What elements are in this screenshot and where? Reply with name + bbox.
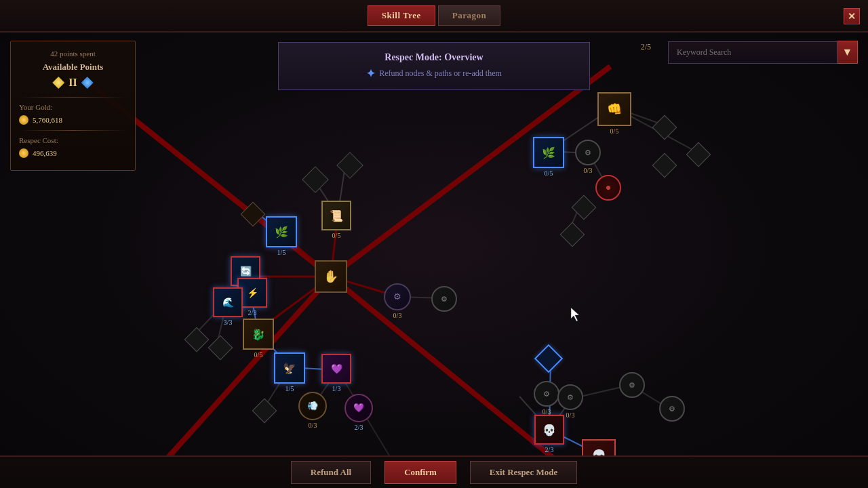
node-dragon[interactable]: 🐉 0/5 [243, 319, 274, 359]
divider-2 [19, 130, 127, 131]
svg-line-1 [331, 66, 610, 277]
left-panel: 42 points spent Available Points II Your… [10, 41, 136, 171]
points-gems-row: II [19, 77, 127, 89]
gold-value: 5,760,618 [33, 116, 62, 124]
diamond-3[interactable] [244, 205, 262, 223]
node-count-tr-leaf: 0/5 [545, 169, 553, 177]
diamond-7[interactable] [564, 226, 581, 243]
node-bottom2[interactable]: 💜 2/3 [344, 394, 373, 431]
node-red-circle[interactable]: ● [595, 175, 621, 201]
node-count-dragon: 0/5 [254, 351, 263, 359]
tab-paragon[interactable]: Paragon [438, 5, 500, 26]
respec-mode-description: Refund nodes & paths or re-add them [379, 68, 502, 79]
available-points-label: Available Points [19, 62, 127, 73]
respec-cost-label: Respec Cost: [19, 136, 58, 144]
diamond-bl2[interactable] [212, 339, 229, 357]
diamond-bl1[interactable] [188, 331, 205, 348]
node-skull1[interactable]: 💀 2/3 [534, 415, 564, 453]
gem-yellow-icon [52, 77, 64, 89]
diamond-8[interactable] [575, 199, 593, 216]
gem-blue-icon [81, 77, 94, 89]
node-tr-leaf[interactable]: 🌿 0/5 [533, 137, 564, 177]
node-bottom1[interactable]: 💨 0/3 [298, 392, 327, 429]
node-purple1[interactable]: 💜 1/3 [321, 354, 351, 392]
diamond-bl3[interactable] [256, 402, 273, 420]
respec-cost-value: 496,639 [33, 149, 57, 157]
close-button[interactable]: ✕ [844, 8, 860, 24]
diamond-4[interactable] [656, 119, 673, 136]
tab-skill-tree[interactable]: Skill Tree [368, 5, 435, 26]
respec-cost-value-row: 496,639 [19, 148, 127, 158]
coin-icon [19, 115, 28, 125]
plus-icon: ✦ [366, 67, 375, 80]
respec-tooltip: Respec Mode: Overview ✦ Refund nodes & p… [278, 42, 590, 90]
node-tr-circle[interactable]: ⚙ 0/3 [575, 140, 601, 174]
exit-respec-button[interactable]: Exit Respec Mode [470, 461, 577, 484]
node-count-tr-c: 0/3 [584, 167, 593, 174]
node-count-p1: 1/3 [332, 385, 341, 392]
node-scroll[interactable]: 📜 0/5 [321, 201, 351, 239]
node-br-r2[interactable]: ⚙ [659, 396, 685, 422]
bottom-bar: Refund All Confirm Exit Respec Mode [0, 455, 868, 488]
gold-value-row: 5,760,618 [19, 115, 127, 125]
respec-coin-icon [19, 148, 28, 158]
search-bar: ▼ [668, 41, 858, 64]
node-count-brc2: 0/3 [566, 411, 575, 419]
score-badge: 2/5 [641, 42, 651, 52]
respec-mode-desc: ✦ Refund nodes & paths or re-add them [292, 67, 576, 80]
node-br-circle2[interactable]: ⚙ 0/3 [557, 384, 583, 419]
node-count-scroll: 0/5 [332, 232, 341, 239]
confirm-button[interactable]: Confirm [384, 461, 456, 484]
search-input[interactable] [668, 41, 837, 64]
node-count: 1/5 [277, 249, 286, 256]
gold-row: Your Gold: [19, 103, 127, 111]
node-center[interactable]: ✋ [315, 260, 347, 293]
diamond-1[interactable] [306, 170, 325, 189]
node-active-left3[interactable]: 🌊 3/3 [213, 287, 243, 326]
node-count-b1: 0/3 [309, 422, 317, 429]
divider-1 [19, 97, 127, 98]
node-count-left2: 2/3 [248, 309, 257, 317]
respec-cost-row: Respec Cost: [19, 136, 127, 144]
gold-label: Your Gold: [19, 103, 52, 111]
node-count-left3: 3/3 [224, 319, 233, 326]
node-count-tr: 0/5 [610, 127, 619, 135]
node-top-right-main[interactable]: 👊 0/5 [597, 92, 631, 135]
diamond-2[interactable] [340, 156, 359, 175]
node-count-eagle: 1/5 [285, 385, 294, 392]
points-number: II [68, 77, 77, 89]
node-eagle[interactable]: 🦅 1/5 [274, 352, 305, 392]
respec-mode-title: Respec Mode: Overview [292, 52, 576, 63]
diamond-5[interactable] [690, 146, 707, 163]
node-br-circle1[interactable]: ⚙ 0/3 [534, 381, 559, 415]
node-count-b2: 2/3 [355, 424, 363, 431]
title-bar: Skill Tree Paragon ✕ [0, 0, 868, 33]
node-count-r: 0/3 [393, 312, 402, 319]
points-spent-label: 42 points spent [19, 49, 127, 58]
refund-all-button[interactable]: Refund All [291, 461, 371, 484]
node-right[interactable]: ⚙ 0/3 [384, 283, 411, 319]
node-skull2[interactable]: 💀 1/5 [582, 439, 616, 455]
node-right2[interactable]: ⚙ [431, 286, 457, 312]
search-dropdown-button[interactable]: ▼ [837, 41, 858, 64]
node-br-diamond[interactable] [538, 348, 559, 369]
node-count-skull1: 2/3 [545, 446, 554, 453]
node-br-r1[interactable]: ⚙ [619, 372, 645, 398]
node-green-1[interactable]: 🌿 1/5 [266, 216, 297, 256]
diamond-6[interactable] [656, 157, 673, 174]
